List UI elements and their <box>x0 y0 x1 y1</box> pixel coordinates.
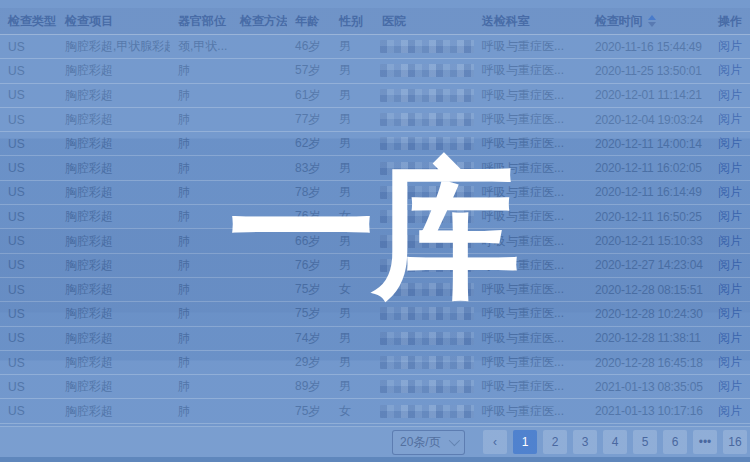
view-film-link[interactable]: 阅片 <box>718 404 742 418</box>
cell-gender: 男 <box>331 233 374 250</box>
cell-exam-type: US <box>0 64 57 78</box>
view-film-link[interactable]: 阅片 <box>718 379 742 393</box>
column-header-label: 操作 <box>718 13 742 30</box>
view-film-link[interactable]: 阅片 <box>718 306 742 320</box>
cell-exam-item: 胸腔彩超 <box>57 330 170 347</box>
cell-exam-time: 2020-12-01 11:14:21 <box>587 88 710 102</box>
cell-hospital <box>374 210 474 223</box>
cell-organ: 肺 <box>170 257 232 274</box>
view-film-link[interactable]: 阅片 <box>718 185 742 199</box>
cell-exam-item: 胸腔彩超 <box>57 233 170 250</box>
cell-exam-item: 胸腔彩超 <box>57 378 170 395</box>
page-button-4[interactable]: 4 <box>603 430 627 454</box>
cell-exam-type: US <box>0 210 57 224</box>
view-film-link[interactable]: 阅片 <box>718 63 742 77</box>
page-button-1[interactable]: 1 <box>513 430 537 454</box>
view-film-link[interactable]: 阅片 <box>718 234 742 248</box>
cell-exam-type: US <box>0 161 57 175</box>
hospital-redacted-block <box>380 405 474 418</box>
cell-action: 阅片 <box>710 305 750 322</box>
page-button-6[interactable]: 6 <box>663 430 687 454</box>
view-film-link[interactable]: 阅片 <box>718 331 742 345</box>
page-button-5[interactable]: 5 <box>633 430 657 454</box>
cell-age: 83岁 <box>287 160 331 177</box>
page-button-2[interactable]: 2 <box>543 430 567 454</box>
page-ellipsis-button[interactable]: ••• <box>693 430 717 454</box>
view-film-link[interactable]: 阅片 <box>718 136 742 150</box>
cell-age: 29岁 <box>287 354 331 371</box>
cell-department: 呼吸与重症医... <box>474 160 587 177</box>
cell-exam-type: US <box>0 113 57 127</box>
cell-department: 呼吸与重症医... <box>474 305 587 322</box>
view-film-link[interactable]: 阅片 <box>718 355 742 369</box>
table-row: US 胸腔彩超 肺 57岁 男 呼吸与重症医... 2020-11-25 13:… <box>0 59 750 83</box>
cell-age: 61岁 <box>287 87 331 104</box>
cell-organ: 肺 <box>170 135 232 152</box>
cell-department: 呼吸与重症医... <box>474 111 587 128</box>
column-header-gender: 性别 <box>331 13 374 30</box>
hospital-redacted-block <box>380 356 474 369</box>
page-button-16[interactable]: 16 <box>723 430 747 454</box>
hospital-redacted-block <box>380 64 474 77</box>
column-header-method: 检查方法 <box>232 13 287 30</box>
view-film-link[interactable]: 阅片 <box>718 209 742 223</box>
cell-age: 75岁 <box>287 281 331 298</box>
cell-exam-type: US <box>0 258 57 272</box>
table-row: US 胸腔彩超,甲状腺彩超 颈,甲状... 46岁 男 呼吸与重症医... 20… <box>0 35 750 59</box>
cell-exam-type: US <box>0 331 57 345</box>
view-film-link[interactable]: 阅片 <box>718 161 742 175</box>
cell-hospital <box>374 259 474 272</box>
column-header-label: 器官部位 <box>178 13 226 30</box>
cell-department: 呼吸与重症医... <box>474 184 587 201</box>
cell-exam-time: 2020-12-04 19:03:24 <box>587 113 710 127</box>
column-header-label: 检查项目 <box>65 13 113 30</box>
view-film-link[interactable]: 阅片 <box>718 112 742 126</box>
prev-page-button[interactable]: ‹ <box>483 430 507 454</box>
cell-gender: 男 <box>331 378 374 395</box>
cell-department: 呼吸与重症医... <box>474 378 587 395</box>
table-row: US 胸腔彩超 肺 89岁 男 呼吸与重症医... 2021-01-13 08:… <box>0 375 750 399</box>
cell-exam-item: 胸腔彩超 <box>57 208 170 225</box>
records-page: 检查类型 检查项目 器官部位 检查方法 年龄 性别 医院 送检科室 检查时间 操… <box>0 0 750 462</box>
cell-gender: 男 <box>331 111 374 128</box>
cell-hospital <box>374 113 474 126</box>
cell-action: 阅片 <box>710 378 750 395</box>
cell-age: 75岁 <box>287 305 331 322</box>
cell-action: 阅片 <box>710 62 750 79</box>
view-film-link[interactable]: 阅片 <box>718 258 742 272</box>
cell-exam-item: 胸腔彩超 <box>57 305 170 322</box>
sort-desc-icon[interactable] <box>648 22 656 27</box>
cell-exam-time: 2020-12-11 16:14:49 <box>587 185 710 199</box>
hospital-redacted-block <box>380 380 474 393</box>
cell-department: 呼吸与重症医... <box>474 62 587 79</box>
cell-action: 阅片 <box>710 354 750 371</box>
view-film-link[interactable]: 阅片 <box>718 39 742 53</box>
cell-action: 阅片 <box>710 184 750 201</box>
cell-exam-type: US <box>0 40 57 54</box>
cell-exam-time: 2020-11-25 13:50:01 <box>587 64 710 78</box>
cell-exam-time: 2020-12-11 14:00:14 <box>587 137 710 151</box>
view-film-link[interactable]: 阅片 <box>718 282 742 296</box>
cell-organ: 肺 <box>170 354 232 371</box>
pagination-bar: 20条/页 ‹ 123456•••16 <box>392 428 747 456</box>
cell-gender: 男 <box>331 257 374 274</box>
cell-action: 阅片 <box>710 135 750 152</box>
page-size-select[interactable]: 20条/页 <box>392 430 465 455</box>
view-film-link[interactable]: 阅片 <box>718 88 742 102</box>
page-button-3[interactable]: 3 <box>573 430 597 454</box>
cell-exam-time: 2020-11-16 15:44:49 <box>587 40 710 54</box>
column-header-exam-time[interactable]: 检查时间 <box>587 13 710 30</box>
sort-asc-icon[interactable] <box>648 15 656 20</box>
chevron-down-icon <box>449 435 460 446</box>
cell-exam-time: 2020-12-28 11:38:11 <box>587 331 710 345</box>
column-header-department: 送检科室 <box>474 13 587 30</box>
cell-age: 78岁 <box>287 184 331 201</box>
cell-age: 46岁 <box>287 38 331 55</box>
cell-action: 阅片 <box>710 111 750 128</box>
cell-hospital <box>374 186 474 199</box>
cell-organ: 肺 <box>170 208 232 225</box>
cell-organ: 肺 <box>170 160 232 177</box>
cell-gender: 女 <box>331 208 374 225</box>
sort-icon[interactable] <box>648 15 656 27</box>
cell-gender: 男 <box>331 160 374 177</box>
